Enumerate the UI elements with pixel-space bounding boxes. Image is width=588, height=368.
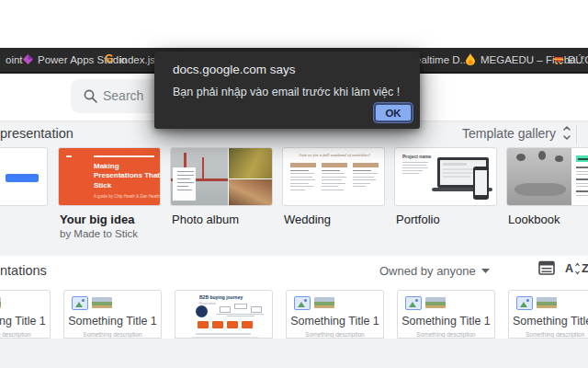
template-section-heading: presentation bbox=[0, 126, 74, 141]
template-card-lookbook[interactable] bbox=[506, 147, 588, 206]
slide-title: Project name bbox=[402, 154, 431, 159]
bookmark-item-power-apps[interactable]: Power Apps Studio bbox=[38, 54, 127, 65]
presentation-card[interactable]: Something Title 1 Something description bbox=[397, 290, 495, 339]
slide-image-icon bbox=[72, 296, 88, 310]
slide-title: Something Title 1 bbox=[64, 315, 161, 328]
template-card-blank[interactable] bbox=[0, 147, 48, 206]
slide-title: Making Presentations That Stick bbox=[94, 162, 160, 190]
recent-section-heading: ntations bbox=[0, 263, 47, 278]
ok-button[interactable]: OK bbox=[374, 103, 413, 122]
table-photo bbox=[229, 179, 273, 206]
slide-dash bbox=[66, 155, 72, 157]
owner-filter-label: Owned by anyone bbox=[379, 264, 476, 278]
slide-title: Something Title 1 bbox=[398, 315, 494, 328]
template-card-wedding[interactable]: Join us for a full weekend of activities… bbox=[282, 147, 385, 206]
caption-box bbox=[173, 167, 196, 201]
presentation-card-diagram[interactable]: B2B buying journey Illustrative bbox=[175, 290, 273, 339]
bookmark-item-cut[interactable]: oint bbox=[6, 54, 23, 65]
template-byline: by Made to Stick bbox=[60, 228, 138, 239]
chevron-up-down-icon bbox=[562, 125, 571, 141]
diagram-orange-step bbox=[227, 321, 238, 328]
slide-title: Something Title 1 bbox=[287, 315, 383, 328]
slide-description: Something description bbox=[64, 331, 161, 338]
sort-az-icon[interactable]: A Z bbox=[565, 262, 588, 275]
slide-image-icon bbox=[425, 297, 446, 308]
sort-arrows bbox=[574, 262, 581, 275]
power-apps-diamond-icon bbox=[23, 54, 33, 64]
template-card-your-big-idea[interactable]: Making Presentations That Stick A guide … bbox=[58, 147, 161, 206]
dialog-message: Bạn phải nhập vào email trước khi làm vi… bbox=[173, 86, 400, 98]
slide-blue-bar bbox=[6, 174, 39, 182]
bookmark-item-realtime[interactable]: ealtime D... bbox=[415, 54, 469, 65]
presentation-card[interactable]: Something Title 1 Something description bbox=[63, 290, 162, 339]
template-name-lookbook[interactable]: Lookbook bbox=[508, 213, 560, 226]
cart-icon bbox=[553, 54, 564, 65]
caret-down-icon bbox=[481, 269, 490, 273]
template-gallery-button[interactable]: Template gallery bbox=[462, 125, 571, 141]
list-view-icon[interactable] bbox=[538, 260, 556, 276]
template-name-portfolio[interactable]: Portfolio bbox=[396, 213, 440, 226]
template-card-photo-album[interactable] bbox=[170, 147, 273, 206]
template-card-portfolio[interactable]: Project name bbox=[394, 147, 497, 206]
leaves-photo bbox=[229, 148, 273, 178]
search-placeholder: Search bbox=[103, 88, 143, 103]
slide-image-icon bbox=[294, 296, 311, 310]
slide-title: B2B buying journey bbox=[199, 294, 243, 300]
divider bbox=[576, 125, 577, 144]
slide-title: Join us for a full weekend of activities… bbox=[283, 153, 385, 157]
slide-footer: A guide by Chip Heath & Dan Heath bbox=[94, 194, 160, 199]
slide-description: Something description bbox=[398, 331, 494, 338]
template-name-wedding[interactable]: Wedding bbox=[284, 213, 331, 226]
slide-image-icon bbox=[537, 297, 557, 308]
diagram-orange-step bbox=[198, 321, 209, 328]
slide-rule bbox=[94, 155, 154, 157]
diagram-orange-step bbox=[242, 321, 253, 328]
owner-filter-dropdown[interactable]: Owned by anyone bbox=[379, 264, 490, 278]
template-gallery-label: Template gallery bbox=[462, 126, 556, 141]
diagram-circle bbox=[196, 305, 208, 317]
presentation-card[interactable]: Something Title 1 Something description bbox=[286, 290, 384, 339]
slide-description: Something description bbox=[0, 331, 50, 338]
presentation-card[interactable]: Something Title 1 Something description bbox=[508, 290, 588, 339]
browser-alert-dialog: docs.google.com says Bạn phải nhập vào e… bbox=[154, 52, 420, 129]
park-photo bbox=[507, 148, 571, 205]
presentation-card[interactable]: Something Title 1 Something description bbox=[0, 290, 51, 339]
below-fold-strip bbox=[0, 339, 588, 368]
slide-description: Something description bbox=[526, 331, 588, 338]
slide-image-icon bbox=[314, 297, 334, 308]
schedule-column bbox=[290, 163, 316, 190]
slide-title: Something Title 1 bbox=[513, 315, 588, 328]
slide-image-icon bbox=[0, 297, 1, 308]
bookmark-item-duc[interactable]: ĐỨC A bbox=[568, 54, 588, 65]
slide-image-icon bbox=[405, 296, 422, 310]
screen: oint Power Apps Studio G index.js - T ea… bbox=[0, 0, 588, 368]
slide-title: Something Title 1 bbox=[0, 315, 50, 328]
diagram-orange-step bbox=[212, 321, 223, 328]
firebase-flame-icon bbox=[466, 53, 475, 65]
slide-image-icon bbox=[516, 296, 533, 310]
template-name-your-big-idea[interactable]: Your big idea bbox=[60, 213, 134, 226]
dialog-source-text: docs.google.com says bbox=[173, 63, 296, 76]
schedule-column bbox=[353, 163, 379, 187]
slide-description: Something description bbox=[287, 331, 383, 338]
schedule-column bbox=[322, 163, 347, 190]
template-name-photo-album[interactable]: Photo album bbox=[172, 213, 239, 226]
code-g-icon: G bbox=[105, 52, 113, 65]
slide-image-icon bbox=[92, 297, 112, 308]
search-icon bbox=[83, 88, 98, 104]
